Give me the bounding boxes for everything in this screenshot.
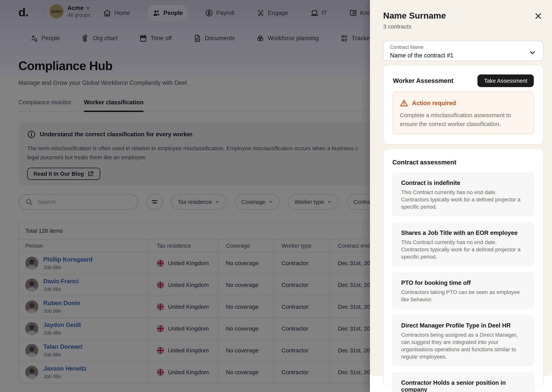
assessment-item-indefinite: Contract is indefinite This Contract cur…	[392, 173, 534, 216]
worker-assessment-title: Worker Assessment	[393, 77, 453, 84]
contract-select-value: Name of the contract #1	[390, 52, 537, 59]
action-required-alert: Action required Complete a misclassifica…	[393, 92, 534, 134]
alert-body: Complete a misclassification assessment …	[400, 111, 527, 128]
contract-assessment-card: Contract assessment Contract is indefini…	[383, 149, 544, 386]
alert-title: Action required	[412, 100, 456, 107]
worker-detail-drawer: Name Surname 3 contracts Contract Name N…	[370, 0, 552, 392]
contract-select-label: Contract Name	[390, 44, 537, 50]
app-screen: d. acme Acme All groups Home	[0, 0, 552, 392]
close-icon	[534, 12, 542, 20]
warning-triangle-icon	[400, 99, 408, 107]
worker-assessment-card: Worker Assessment Take Assessment Action…	[383, 65, 544, 145]
assessment-item-senior-position: Contractor Holds a senior position in co…	[392, 372, 534, 392]
assessment-item-shared-job-title: Shares a Job Title with an EOR employee …	[392, 223, 534, 266]
close-button[interactable]	[533, 11, 544, 21]
assessment-item-direct-manager: Direct Manager Profile Type in Deel HR C…	[392, 315, 534, 366]
drawer-subtitle: 3 contracts	[383, 23, 411, 30]
contract-select[interactable]: Contract Name Name of the contract #1	[383, 41, 544, 61]
contract-assessment-title: Contract assessment	[392, 159, 534, 166]
assessment-item-pto: PTO for booking time off Contractors tak…	[392, 273, 534, 308]
take-assessment-button[interactable]: Take Assessment	[478, 74, 534, 87]
chevron-down-icon	[529, 49, 536, 56]
drawer-title: Name Surname	[383, 11, 446, 21]
